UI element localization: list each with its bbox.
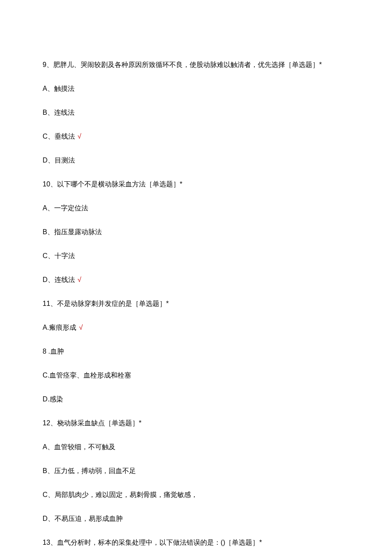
answer-option: C、垂线法 √ [43, 131, 349, 142]
answer-option: B、连线法 [43, 108, 349, 118]
answer-option: 8 .血肿 [43, 346, 349, 357]
question-stem: 10、以下哪个不是横动脉采血方法［单选题］* [43, 179, 349, 189]
answer-option: A、血管较细，不可触及 [43, 442, 349, 452]
option-text: A、一字定位法 [43, 204, 88, 212]
answer-option: D、不易压迫，易形成血肿 [43, 514, 349, 524]
option-text: A.瘢痕形成 [43, 324, 76, 331]
document-page: 9、肥胖儿、哭闹较剧及各种原因所致循环不良，使股动脉难以触清者，优先选择［单选题… [0, 0, 392, 555]
answer-option: D、目测法 [43, 155, 349, 166]
question-stem: 13、血气分析时，标本的采集处理中，以下做法错误的是：()［单选题］* [43, 538, 349, 548]
answer-option: C、十字法 [43, 251, 349, 261]
answer-option: A.瘢痕形成 √ [43, 323, 349, 333]
correct-mark-icon: √ [78, 276, 81, 283]
question-stem: 12、桡动脉采血缺点［单选题］* [43, 418, 349, 428]
option-text: A、血管较细，不可触及 [43, 443, 115, 450]
answer-option: D.感染 [43, 394, 349, 404]
question-stem: 9、肥胖儿、哭闹较剧及各种原因所致循环不良，使股动脉难以触清者，优先选择［单选题… [43, 60, 349, 70]
answer-option: B、指压显露动脉法 [43, 227, 349, 237]
option-text: B、指压显露动脉法 [43, 228, 102, 235]
correct-mark-icon: √ [79, 324, 83, 331]
option-text: C、十字法 [43, 252, 75, 259]
correct-mark-icon: √ [78, 133, 81, 140]
answer-option: A、一字定位法 [43, 203, 349, 213]
option-text: D、不易压迫，易形成血肿 [43, 515, 123, 522]
option-text: D.感染 [43, 395, 63, 403]
option-text: B、压力低，搏动弱，回血不足 [43, 467, 136, 474]
option-text: C、局部肌肉少，难以固定，易刺骨膜，痛觉敏感， [43, 491, 198, 498]
option-text: D、目测法 [43, 157, 75, 164]
answer-option: A、触摸法 [43, 84, 349, 94]
option-text: B、连线法 [43, 109, 75, 116]
answer-option: B、压力低，搏动弱，回血不足 [43, 466, 349, 476]
answer-option: C、局部肌肉少，难以固定，易刺骨膜，痛觉敏感， [43, 490, 349, 500]
answer-option: D、连线法 √ [43, 275, 349, 285]
answer-option: C.血管痉挛、血栓形成和栓塞 [43, 370, 349, 381]
option-text: A、触摸法 [43, 85, 75, 92]
option-text: C.血管痉挛、血栓形成和栓塞 [43, 372, 131, 379]
option-text: C、垂线法 [43, 133, 75, 140]
question-stem: 11、不是动脉穿刺并发症的是［单选题］* [43, 299, 349, 309]
option-text: D、连线法 [43, 276, 75, 283]
option-text: 8 .血肿 [43, 348, 64, 355]
